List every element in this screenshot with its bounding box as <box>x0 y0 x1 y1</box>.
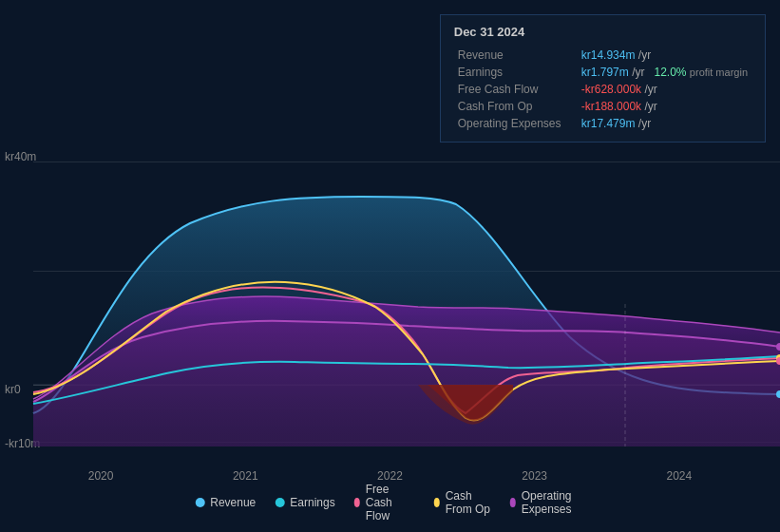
x-label-2023: 2023 <box>522 469 547 483</box>
legend-dot-cfo <box>434 498 440 507</box>
legend-fcf[interactable]: Free Cash Flow <box>354 483 415 522</box>
opex-label: Operating Expenses <box>454 115 578 132</box>
profit-margin-pct: 12.0% <box>654 66 686 79</box>
legend-label-cfo: Cash From Op <box>446 489 491 516</box>
revenue-value: kr14.934m <box>581 48 636 62</box>
cfo-label: Cash From Op <box>454 98 578 115</box>
tooltip-box: Dec 31 2024 Revenue kr14.934m /yr Earnin… <box>440 14 766 142</box>
fcf-value: -kr628.000k <box>581 83 641 96</box>
opex-area <box>33 321 780 446</box>
legend-dot-opex <box>510 498 516 507</box>
tooltip-row-cfo: Cash From Op -kr188.000k /yr <box>454 98 751 115</box>
chart-legend: Revenue Earnings Free Cash Flow Cash Fro… <box>195 483 585 522</box>
opex-unit: /yr <box>638 117 651 130</box>
legend-opex[interactable]: Operating Expenses <box>510 489 585 516</box>
tooltip-row-revenue: Revenue kr14.934m /yr <box>454 47 751 64</box>
cfo-unit: /yr <box>644 100 656 113</box>
legend-label-fcf: Free Cash Flow <box>366 483 415 522</box>
earnings-unit: /yr <box>632 66 644 79</box>
tooltip-row-opex: Operating Expenses kr17.479m /yr <box>454 115 751 132</box>
x-axis-labels: 2020 2021 2022 2023 2024 <box>0 469 780 483</box>
earnings-value: kr1.797m <box>581 66 629 79</box>
chart-svg <box>0 147 780 446</box>
legend-label-revenue: Revenue <box>210 496 256 509</box>
fcf-unit: /yr <box>644 83 656 96</box>
profit-margin-label: profit margin <box>690 66 748 78</box>
legend-revenue[interactable]: Revenue <box>195 496 256 509</box>
legend-cfo[interactable]: Cash From Op <box>434 489 491 516</box>
tooltip-row-fcf: Free Cash Flow -kr628.000k /yr <box>454 81 751 98</box>
legend-earnings[interactable]: Earnings <box>275 496 334 509</box>
earnings-label: Earnings <box>454 64 578 81</box>
revenue-unit: /yr <box>638 48 651 62</box>
x-label-2020: 2020 <box>88 469 114 483</box>
cfo-value: -kr188.000k <box>581 100 641 113</box>
legend-dot-fcf <box>354 498 360 507</box>
opex-value: kr17.479m <box>581 117 636 130</box>
chart-container: Dec 31 2024 Revenue kr14.934m /yr Earnin… <box>0 0 780 532</box>
x-label-2024: 2024 <box>666 469 692 483</box>
legend-label-opex: Operating Expenses <box>522 489 585 516</box>
legend-label-earnings: Earnings <box>290 496 334 509</box>
legend-dot-revenue <box>195 498 204 507</box>
revenue-label: Revenue <box>454 47 578 64</box>
fcf-label: Free Cash Flow <box>454 81 578 98</box>
tooltip-table: Revenue kr14.934m /yr Earnings kr1.797m … <box>454 47 751 132</box>
tooltip-row-earnings: Earnings kr1.797m /yr 12.0% profit margi… <box>454 64 751 81</box>
legend-dot-earnings <box>275 498 284 507</box>
x-label-2022: 2022 <box>377 469 403 483</box>
tooltip-date: Dec 31 2024 <box>454 25 751 39</box>
x-label-2021: 2021 <box>233 469 258 483</box>
